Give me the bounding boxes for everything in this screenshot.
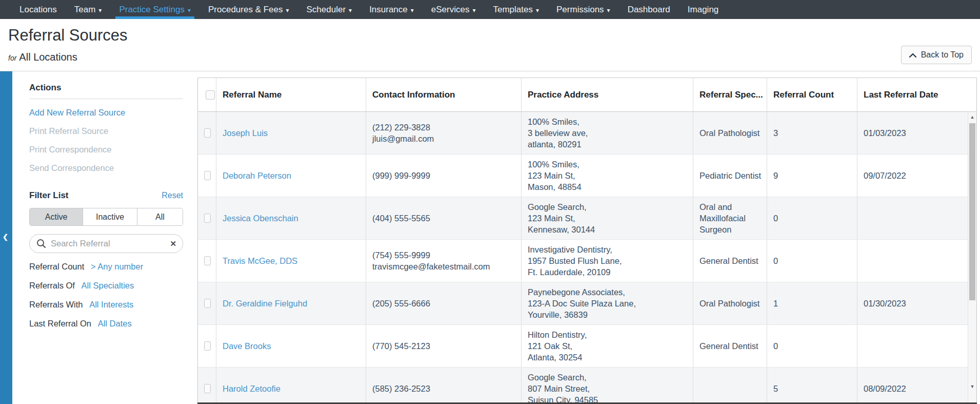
referral-specialty-cell: Oral Pathologist (693, 112, 767, 154)
row-checkbox[interactable] (204, 384, 211, 393)
contact-information-cell: (205) 555-6666 (366, 282, 522, 324)
table-row: Dave Brooks (770) 545-2123 Hilton Dentis… (198, 325, 968, 368)
row-checkbox[interactable] (204, 171, 211, 180)
referral-count-cell: 0 (767, 325, 857, 367)
referral-name-link[interactable]: Jessica Obenschain (223, 213, 298, 224)
referral-specialty-cell: Oral Pathologist (693, 282, 767, 324)
nav-item-insurance[interactable]: Insurance ▾ (361, 0, 423, 19)
nav-item-permissions[interactable]: Permissions ▾ (548, 0, 619, 19)
referral-name-link[interactable]: Dave Brooks (223, 340, 271, 352)
table-header-row: Referral NameContact InformationPractice… (198, 78, 976, 112)
column-header-referral-spec: Referral Spec... (693, 78, 767, 111)
vertical-scrollbar[interactable]: ▲ ▼ (968, 112, 976, 403)
practice-address-cell: 100% Smiles, 123 Main St, Mason, 48854 (522, 155, 693, 197)
action-print-referral-source: Print Referral Source (29, 126, 183, 136)
filter-row: Referral Count > Any number (29, 261, 183, 272)
referral-count-cell: 5 (767, 368, 857, 404)
referral-name-link[interactable]: Dr. Geraldine Fielguhd (223, 298, 307, 309)
referral-table: Referral NameContact InformationPractice… (197, 78, 977, 404)
practice-address-cell: 100% Smiles, 3 belleview ave, atlanta, 8… (522, 112, 693, 154)
filter-value-referrals-of[interactable]: All Specialties (82, 281, 134, 290)
filter-row: Last Referral On All Dates (29, 318, 183, 329)
table-row: Jessica Obenschain (404) 555-5565 Google… (198, 197, 968, 240)
chevron-down-icon: ▾ (411, 7, 414, 14)
chevron-down-icon: ▾ (536, 7, 539, 14)
filter-row: Referrals Of All Specialties (29, 280, 183, 291)
filter-sidebar: Actions Add New Referral SourcePrint Ref… (12, 71, 187, 329)
column-header-last-referral-date: Last Referral Date (857, 78, 968, 111)
row-checkbox[interactable] (204, 256, 211, 265)
practice-address-cell: Paynebegone Associates, 123-A Doc Suite … (522, 282, 693, 324)
toggle-active[interactable]: Active (30, 208, 83, 225)
table-row: Harold Zetoofie (585) 236-2523 Google Se… (198, 368, 968, 404)
action-print-correspondence: Print Correspondence (29, 144, 183, 155)
column-header-practice-address: Practice Address (522, 78, 693, 111)
subtitle-prefix: for (8, 54, 16, 62)
practice-address-cell: Investigative Dentistry, 1957 Busted Flu… (522, 240, 693, 282)
chevron-down-icon: ▾ (472, 7, 475, 14)
sidebar-collapse-strip[interactable]: ❮ (0, 71, 12, 404)
scrollbar-thumb[interactable] (969, 123, 975, 300)
table-row: Travis McGee, DDS (754) 555-9999 travism… (198, 240, 968, 282)
scroll-up-icon[interactable]: ▲ (968, 114, 976, 120)
search-referral-box: ✕ (29, 234, 183, 253)
collapse-left-chevron-icon[interactable]: ❮ (3, 233, 8, 241)
nav-item-procedures-fees[interactable]: Procedures & Fees ▾ (199, 0, 298, 19)
contact-information-cell: (585) 236-2523 (366, 368, 522, 404)
search-icon (36, 239, 46, 248)
table-row: Deborah Peterson (999) 999-9999 100% Smi… (198, 155, 968, 197)
nav-item-practice-settings[interactable]: Practice Settings ▾ (110, 0, 199, 19)
table-row: Joseph Luis (212) 229-3828 jluis@gmail.c… (198, 112, 968, 155)
nav-item-imaging[interactable]: Imaging (679, 0, 727, 19)
filter-value-last-referral-on[interactable]: All Dates (98, 319, 132, 328)
filter-list-heading: Filter List (29, 190, 69, 201)
filter-row: Referrals With All Interests (29, 299, 183, 310)
row-checkbox[interactable] (204, 214, 211, 223)
nav-item-eservices[interactable]: eServices ▾ (423, 0, 485, 19)
referral-specialty-cell: Pediatric Dentist (693, 155, 767, 197)
reset-filters-link[interactable]: Reset (162, 191, 183, 200)
last-referral-date-cell (857, 325, 968, 367)
back-to-top-button[interactable]: Back to Top (901, 46, 972, 64)
contact-information-cell: (754) 555-9999 travismcgee@faketestmail.… (366, 240, 522, 282)
top-nav-bar: Locations Team ▾ Practice Settings ▾ Pro… (0, 0, 980, 19)
row-checkbox[interactable] (204, 128, 211, 138)
scroll-down-icon[interactable]: ▼ (968, 384, 976, 389)
filter-value-referrals-with[interactable]: All Interests (89, 300, 133, 309)
nav-item-templates[interactable]: Templates ▾ (485, 0, 548, 19)
last-referral-date-cell: 01/30/2023 (857, 282, 968, 324)
column-header-referral-count: Referral Count (767, 78, 857, 111)
referral-name-link[interactable]: Joseph Luis (223, 127, 268, 139)
nav-item-locations[interactable]: Locations (11, 0, 66, 19)
referral-name-link[interactable]: Travis McGee, DDS (223, 255, 297, 266)
page-subtitle: forAll Locations (8, 51, 77, 63)
chevron-down-icon: ▾ (286, 7, 289, 14)
row-checkbox[interactable] (204, 341, 211, 351)
referral-count-cell: 9 (767, 155, 857, 197)
table-body: Joseph Luis (212) 229-3828 jluis@gmail.c… (198, 112, 968, 403)
action-add-new-referral-source[interactable]: Add New Referral Source (29, 107, 183, 118)
referral-name-link[interactable]: Deborah Peterson (223, 170, 291, 181)
chevron-up-icon (909, 53, 916, 57)
referral-name-link[interactable]: Harold Zetoofie (223, 383, 281, 394)
referral-count-cell: 0 (767, 197, 857, 239)
search-referral-input[interactable] (51, 239, 170, 248)
select-all-checkbox[interactable] (206, 90, 215, 100)
filter-value-referral-count[interactable]: > Any number (91, 262, 143, 271)
toggle-all[interactable]: All (137, 208, 183, 225)
practice-address-cell: Hilton Dentistry, 121 Oak St, Atlanta, 3… (522, 325, 693, 367)
clear-search-icon[interactable]: ✕ (170, 239, 176, 248)
row-checkbox[interactable] (204, 299, 211, 308)
page-header: Referral Sources forAll Locations Back t… (0, 19, 980, 71)
last-referral-date-cell: 09/07/2022 (857, 155, 968, 197)
contact-information-cell: (404) 555-5565 (366, 197, 522, 239)
contact-information-cell: (999) 999-9999 (366, 155, 522, 197)
last-referral-date-cell: 08/09/2022 (857, 368, 968, 404)
column-header-contact-information: Contact Information (366, 78, 522, 111)
chevron-down-icon: ▾ (98, 7, 102, 14)
nav-item-team[interactable]: Team ▾ (66, 0, 111, 19)
toggle-inactive[interactable]: Inactive (83, 208, 137, 225)
column-header-referral-name: Referral Name (216, 78, 366, 111)
nav-item-scheduler[interactable]: Scheduler ▾ (298, 0, 361, 19)
nav-item-dashboard[interactable]: Dashboard (619, 0, 679, 19)
